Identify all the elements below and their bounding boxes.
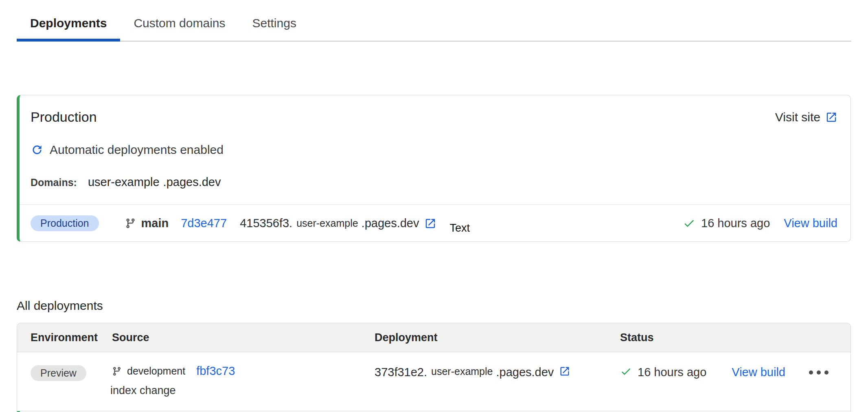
column-header-status: Status <box>620 331 850 344</box>
view-build-link[interactable]: View build <box>784 217 837 230</box>
domain-name: user-example <box>88 175 160 189</box>
refresh-icon <box>31 143 44 156</box>
deployments-table: Environment Source Deployment Status Pre… <box>17 323 851 412</box>
column-header-source: Source <box>112 331 375 344</box>
production-card-title: Production <box>31 109 97 125</box>
table-row: Preview development fbf3c73 index change… <box>17 352 850 411</box>
table-header: Environment Source Deployment Status <box>17 323 850 352</box>
status-time: 16 hours ago <box>701 217 770 230</box>
branch-name: main <box>141 217 169 230</box>
column-header-environment: Environment <box>31 331 112 344</box>
production-card: Production Visit site Automatic deployme… <box>17 95 851 242</box>
commit-message: index change <box>110 384 375 397</box>
external-link-icon <box>825 111 837 123</box>
deployment-domain: user-example <box>431 366 493 377</box>
environment-badge: Preview <box>31 365 86 381</box>
visit-site-link[interactable]: Visit site <box>775 110 837 124</box>
status-time: 16 hours ago <box>638 366 706 379</box>
overflow-menu-icon[interactable] <box>809 366 829 375</box>
deployment-id: 373f31e2. <box>375 366 427 379</box>
environment-badge: Production <box>31 215 99 231</box>
external-link-icon[interactable] <box>559 366 570 377</box>
check-icon <box>683 217 695 230</box>
auto-deployments-text: Automatic deployments enabled <box>50 143 224 157</box>
visit-site-label: Visit site <box>775 110 820 124</box>
commit-sha-link[interactable]: 7d3e477 <box>181 217 227 230</box>
all-deployments-title: All deployments <box>17 299 868 313</box>
git-branch-icon <box>125 218 136 229</box>
deployment-domain: user-example <box>296 217 358 229</box>
tab-custom-domains[interactable]: Custom domains <box>120 0 239 41</box>
deployment-id: 415356f3. <box>240 217 292 230</box>
production-deployment-row: Production main 7d3e477 415356f3. user-e… <box>20 204 850 241</box>
check-icon <box>620 366 632 377</box>
deployment-suffix: .pages.dev <box>362 217 419 230</box>
tab-bar: Deployments Custom domains Settings <box>17 0 851 42</box>
column-header-deployment: Deployment <box>375 331 620 344</box>
git-branch-icon <box>112 366 122 376</box>
commit-sha-link[interactable]: fbf3c73 <box>196 364 235 378</box>
branch-name: development <box>127 365 185 377</box>
domain-suffix: .pages.dev <box>163 175 221 189</box>
external-link-icon[interactable] <box>424 217 436 230</box>
tab-settings[interactable]: Settings <box>239 0 309 41</box>
tab-deployments[interactable]: Deployments <box>17 0 120 41</box>
deployment-suffix: .pages.dev <box>496 366 554 379</box>
domains-label: Domains: <box>31 177 77 188</box>
view-build-link[interactable]: View build <box>732 366 785 379</box>
note-text: Text <box>449 222 470 234</box>
